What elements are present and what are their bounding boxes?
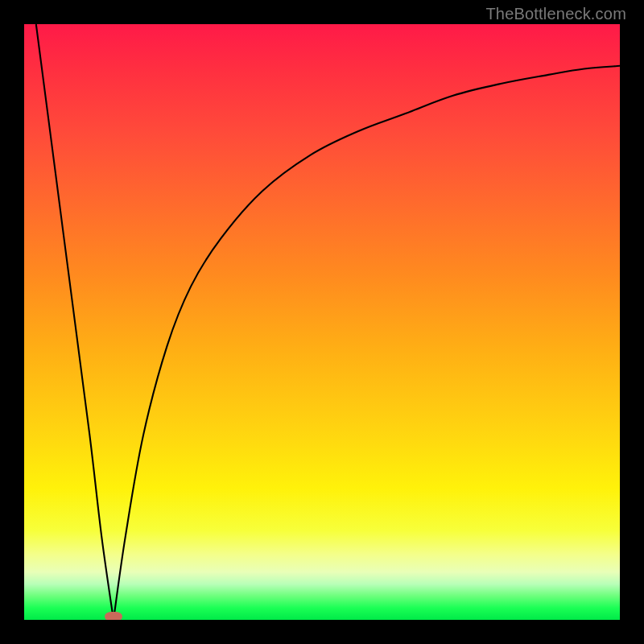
chart-frame: TheBottleneck.com bbox=[0, 0, 644, 644]
curve-svg bbox=[24, 24, 620, 620]
minimum-marker-icon bbox=[105, 612, 122, 620]
watermark-label: TheBottleneck.com bbox=[485, 5, 626, 23]
bottleneck-curve bbox=[36, 24, 620, 620]
plot-area bbox=[24, 24, 620, 620]
